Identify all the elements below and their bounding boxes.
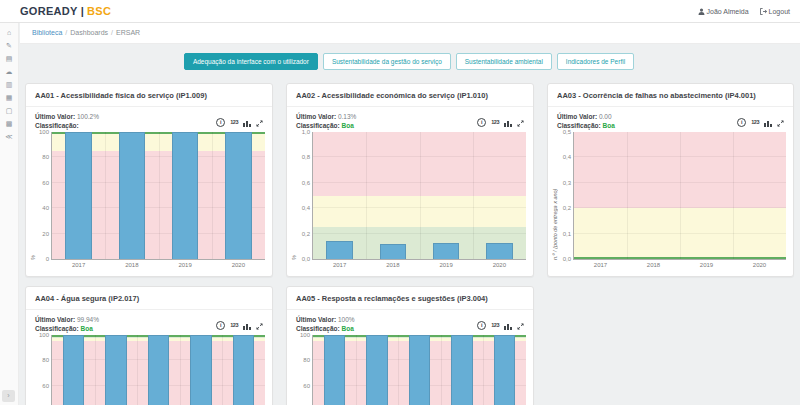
classification-value: Boa: [342, 325, 354, 332]
indicator-card-aa01: AA01 - Acessibilidade física do serviço …: [25, 83, 273, 277]
logout-icon: [760, 8, 767, 15]
top-header: GOREADY|BSC João Almeida Logout: [0, 0, 800, 23]
logout-button[interactable]: Logout: [760, 8, 790, 15]
values-icon[interactable]: 123: [230, 118, 238, 126]
app-logo: GOREADY|BSC: [20, 0, 111, 22]
card-values: Último Valor: 100.2% Classificação:: [35, 112, 99, 130]
info-icon[interactable]: i: [216, 321, 225, 330]
indicator-chart: 0,00,20,40,60,81,02017201820192020%: [291, 130, 528, 272]
info-icon[interactable]: i: [477, 321, 486, 330]
tab-adequacao-interface[interactable]: Adequação da interface com o utilizador: [184, 53, 318, 70]
logo-secondary: BSC: [87, 5, 111, 17]
card-toolbar: i 123: [216, 112, 263, 131]
tools-icon[interactable]: ✎: [6, 42, 12, 50]
mini-chart-icon[interactable]: [504, 113, 512, 131]
info-icon[interactable]: i: [737, 118, 746, 127]
card-title: AA04 - Água segura (iP2.017): [26, 287, 272, 310]
user-name: João Almeida: [707, 8, 749, 15]
mini-chart-icon[interactable]: [243, 316, 251, 334]
indicator-card-aa02: AA02 - Acessibilidade económica do servi…: [286, 83, 534, 277]
share-icon[interactable]: ≪: [5, 133, 12, 141]
card-meta: Último Valor: 0.13% Classificação: Boa i…: [287, 107, 533, 131]
charts-icon[interactable]: ▥: [6, 81, 13, 89]
card-title: AA03 - Ocorrência de falhas no abastecim…: [548, 84, 793, 107]
indicator-chart: 0,00,10,20,30,40,52017201820192020n.º / …: [552, 130, 788, 272]
info-icon[interactable]: i: [477, 118, 486, 127]
indicator-chart: 020406080100%: [291, 333, 528, 405]
last-value-label: Último Valor:: [35, 316, 75, 323]
card-toolbar: i 123: [216, 315, 263, 334]
logout-label: Logout: [769, 8, 790, 15]
indicator-card-aa03: AA03 - Ocorrência de falhas no abastecim…: [547, 83, 794, 277]
classification-label: Classificação:: [296, 122, 340, 129]
last-value: 99.94%: [77, 316, 99, 323]
expand-icon[interactable]: [256, 113, 263, 131]
tab-sustentabilidade-gestao[interactable]: Sustentabilidade da gestão do serviço: [323, 53, 451, 70]
mini-chart-icon[interactable]: [504, 316, 512, 334]
card-title: AA05 - Resposta a reclamações e sugestõe…: [287, 287, 533, 310]
tab-sustentabilidade-ambiental[interactable]: Sustentabilidade ambiental: [456, 53, 552, 70]
sidebar-icon-list: ⌂ ✎ ▤ ☁ ▥ ▦ ▢ ▩ ≪: [0, 22, 18, 141]
calendar-icon[interactable]: ▦: [6, 94, 13, 102]
breadcrumb-item-dashboards: Dashboards: [70, 29, 108, 36]
card-toolbar: i 123: [737, 112, 784, 131]
icon-sidebar: ⌂ ✎ ▤ ☁ ▥ ▦ ▢ ▩ ≪ ›: [0, 22, 19, 405]
indicator-card-aa05: AA05 - Resposta a reclamações e sugestõe…: [286, 286, 534, 405]
cloud-icon[interactable]: ☁: [6, 68, 13, 76]
breadcrumb: Biblioteca/Dashboards/ERSAR: [20, 22, 800, 44]
last-value-label: Último Valor:: [557, 113, 597, 120]
card-values: Último Valor: 99.94% Classificação: Boa: [35, 315, 99, 333]
last-value: 0.00: [599, 113, 612, 120]
last-value: 0.13%: [338, 113, 356, 120]
card-meta: Último Valor: 100% Classificação: Boa i …: [287, 310, 533, 334]
mini-chart-icon[interactable]: [764, 113, 772, 131]
values-icon[interactable]: 123: [491, 321, 499, 329]
user-menu[interactable]: João Almeida: [698, 8, 749, 15]
last-value-label: Último Valor:: [35, 113, 75, 120]
header-right: João Almeida Logout: [698, 0, 790, 22]
indicator-chart: 0204060801002017201820192020%: [30, 130, 267, 272]
last-value-label: Último Valor:: [296, 113, 336, 120]
values-icon[interactable]: 123: [230, 321, 238, 329]
classification-value: Boa: [603, 122, 615, 129]
expand-icon[interactable]: [777, 113, 784, 131]
dashboard-grid: AA01 - Acessibilidade física do serviço …: [18, 83, 800, 405]
card-values: Último Valor: 0.13% Classificação: Boa: [296, 112, 356, 130]
classification-label: Classificação:: [35, 325, 79, 332]
home-icon[interactable]: ⌂: [7, 29, 11, 37]
sidebar-expand-button[interactable]: ›: [2, 390, 15, 402]
last-value-label: Último Valor:: [296, 316, 336, 323]
logo-separator: |: [81, 5, 84, 17]
breadcrumb-link-biblioteca[interactable]: Biblioteca: [32, 29, 62, 36]
tab-bar: Adequação da interface com o utilizador …: [18, 53, 800, 70]
main-content: Biblioteca/Dashboards/ERSAR Adequação da…: [18, 22, 800, 405]
card-meta: Último Valor: 99.94% Classificação: Boa …: [26, 310, 272, 334]
breadcrumb-separator: /: [111, 29, 113, 36]
indicator-chart: 020406080100%: [30, 333, 267, 405]
breadcrumb-item-ersar: ERSAR: [116, 29, 140, 36]
card-toolbar: i 123: [477, 112, 524, 131]
expand-icon[interactable]: [517, 316, 524, 334]
classification-label: Classificação:: [557, 122, 601, 129]
card-meta: Último Valor: 0.00 Classificação: Boa i …: [548, 107, 793, 131]
documents-icon[interactable]: ▤: [6, 55, 13, 63]
card-toolbar: i 123: [477, 315, 524, 334]
values-icon[interactable]: 123: [491, 118, 499, 126]
tab-indicadores-perfil[interactable]: Indicadores de Perfil: [557, 53, 634, 70]
expand-icon[interactable]: [517, 113, 524, 131]
values-icon[interactable]: 123: [751, 118, 759, 126]
card-title: AA01 - Acessibilidade física do serviço …: [26, 84, 272, 107]
user-icon: [698, 8, 705, 15]
indicator-card-aa04: AA04 - Água segura (iP2.017) Último Valo…: [25, 286, 273, 405]
expand-icon[interactable]: [256, 316, 263, 334]
info-icon[interactable]: i: [216, 118, 225, 127]
last-value: 100.2%: [77, 113, 99, 120]
card-values: Último Valor: 100% Classificação: Boa: [296, 315, 355, 333]
grid-icon[interactable]: ▩: [6, 120, 13, 128]
card-values: Último Valor: 0.00 Classificação: Boa: [557, 112, 615, 130]
classification-value: Boa: [342, 122, 354, 129]
card-meta: Último Valor: 100.2% Classificação: i 12…: [26, 107, 272, 131]
archive-icon[interactable]: ▢: [6, 107, 13, 115]
mini-chart-icon[interactable]: [243, 113, 251, 131]
logo-primary: GOREADY: [20, 5, 78, 17]
